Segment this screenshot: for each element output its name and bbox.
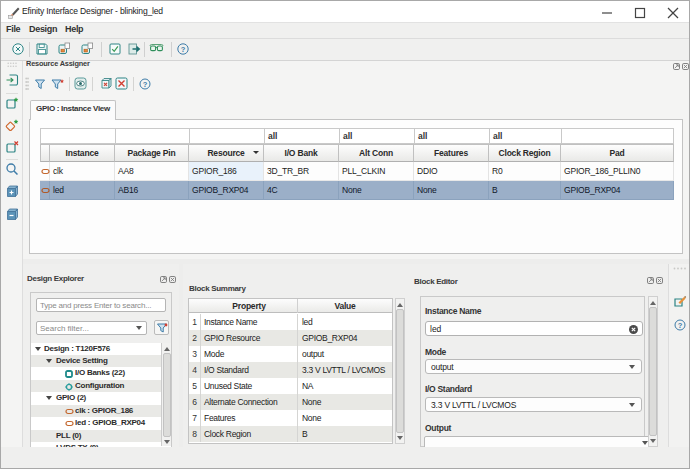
- svg-text:?: ?: [678, 321, 683, 330]
- svg-text:?: ?: [181, 45, 186, 54]
- svg-text:?: ?: [143, 80, 148, 89]
